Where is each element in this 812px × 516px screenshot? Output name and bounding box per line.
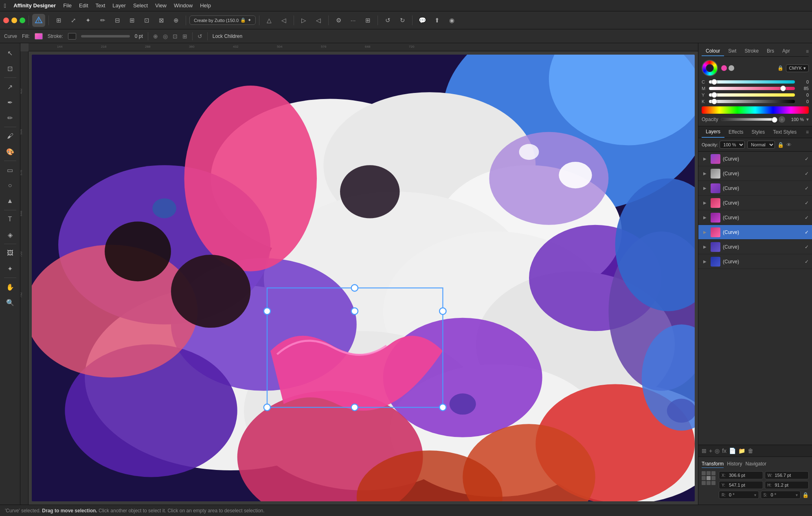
stroke-swatch[interactable] xyxy=(68,33,76,40)
layer-check-5[interactable]: ✓ xyxy=(805,215,809,221)
origin-mr[interactable] xyxy=(711,476,715,480)
tab-effects[interactable]: Effects xyxy=(724,127,747,137)
layer-check-1[interactable]: ✓ xyxy=(805,156,809,162)
color-panel-menu[interactable]: ≡ xyxy=(806,46,809,56)
grid-button[interactable]: ⊞ xyxy=(52,14,65,27)
tab-text-styles[interactable]: Text Styles xyxy=(769,127,801,137)
layer-item[interactable]: ▶ (Curve) ✓ xyxy=(698,181,812,196)
layer-item[interactable]: ▶ (Curve) ✓ xyxy=(698,196,812,210)
color-swatch-gray[interactable] xyxy=(729,65,734,71)
color-swatch-pink[interactable] xyxy=(721,65,727,71)
image-tool[interactable]: 🖼 xyxy=(3,246,18,260)
grid2-button[interactable]: ⊟ xyxy=(111,14,124,27)
layers-add-pixel-btn[interactable]: + xyxy=(709,448,712,454)
minimize-button[interactable] xyxy=(11,18,17,23)
transform-h-field[interactable]: H: 91.2 pt xyxy=(765,481,809,489)
app-icon-button[interactable] xyxy=(32,14,45,27)
align-btn[interactable]: ⊠ xyxy=(155,14,168,27)
menu-view[interactable]: View xyxy=(155,2,167,9)
layer-expand-4[interactable]: ▶ xyxy=(702,200,708,206)
pen-tool[interactable]: ✒ xyxy=(3,95,18,110)
color-lock-icon[interactable]: 🔒 xyxy=(777,65,783,71)
origin-tc[interactable] xyxy=(707,471,711,475)
transform-s-field[interactable]: S: 0 ° ▾ xyxy=(761,491,801,499)
y-slider[interactable] xyxy=(709,93,795,97)
export-btn[interactable]: ⬆ xyxy=(430,14,443,27)
fill-swatch[interactable] xyxy=(35,33,43,40)
fill-tool[interactable]: 🎨 xyxy=(3,144,18,159)
tab-swt[interactable]: Swt xyxy=(724,46,740,56)
tab-colour[interactable]: Colour xyxy=(702,46,724,56)
layer-item-selected[interactable]: ▶ (Curve) ✓ xyxy=(698,225,812,240)
text-tool[interactable]: T xyxy=(3,212,18,227)
opacity-circle-btn[interactable]: ○ xyxy=(779,116,785,123)
tab-stroke[interactable]: Stroke xyxy=(740,46,763,56)
canvas-document[interactable] xyxy=(32,55,695,501)
maximize-button[interactable] xyxy=(20,18,25,23)
layers-new-btn[interactable]: 📄 xyxy=(729,448,736,454)
zoom-tool[interactable]: 🔍 xyxy=(3,295,18,310)
tab-history[interactable]: History xyxy=(727,460,742,468)
tab-navigator[interactable]: Navigator xyxy=(746,460,766,468)
vector-button[interactable]: ✦ xyxy=(81,14,94,27)
layer-item[interactable]: ▶ (Curve) ✓ xyxy=(698,210,812,225)
origin-br[interactable] xyxy=(711,481,715,485)
layer-expand-8[interactable]: ▶ xyxy=(702,258,708,265)
edit-btn[interactable]: ▷ xyxy=(297,14,310,27)
shape-tool[interactable]: ▲ xyxy=(3,194,18,208)
menu-window[interactable]: Window xyxy=(174,2,193,9)
layer-check-6[interactable]: ✓ xyxy=(805,229,809,235)
menu-file[interactable]: File xyxy=(63,2,72,9)
layer-check-2[interactable]: ✓ xyxy=(805,171,809,176)
menu-edit[interactable]: Edit xyxy=(79,2,88,9)
layer-item[interactable]: ▶ (Curve) ✓ xyxy=(698,240,812,254)
settings-btn[interactable]: ⚙ xyxy=(332,14,345,27)
brush-tool[interactable]: 🖌 xyxy=(3,129,18,143)
c-slider[interactable] xyxy=(709,80,795,84)
node-tool[interactable]: ⊡ xyxy=(3,61,18,76)
aspect-icon[interactable]: ⊡ xyxy=(173,33,178,40)
opacity-slider[interactable] xyxy=(721,118,776,121)
refresh-icon[interactable]: ↺ xyxy=(198,33,202,40)
hand-tool[interactable]: ✋ xyxy=(3,280,18,294)
transform-lock-btn[interactable]: 🔒 xyxy=(802,492,809,498)
transform-w-field[interactable]: W: 156.7 pt xyxy=(765,471,809,479)
rect-tool[interactable]: ▭ xyxy=(3,163,18,177)
layers-fx-btn[interactable]: fx xyxy=(722,448,726,454)
k-slider[interactable] xyxy=(709,100,795,103)
layers-mask-btn[interactable]: ◎ xyxy=(715,448,720,454)
snap-button[interactable]: ⊞ xyxy=(125,14,138,27)
account-btn[interactable]: ◉ xyxy=(445,14,458,27)
layer-check-8[interactable]: ✓ xyxy=(805,259,809,265)
layers-delete-btn[interactable]: 🗑 xyxy=(748,448,753,454)
tab-layers[interactable]: Layers xyxy=(702,126,724,138)
layers-menu[interactable]: ≡ xyxy=(806,129,809,135)
layer-check-4[interactable]: ✓ xyxy=(805,200,809,206)
layer-expand-5[interactable]: ▶ xyxy=(702,214,708,221)
origin-tr[interactable] xyxy=(711,471,715,475)
layer-item[interactable]: ▶ (Curve) ✓ xyxy=(698,166,812,181)
layers-opacity-select[interactable]: 100 % 75 % 50 % 25 % xyxy=(720,141,745,149)
origin-bc[interactable] xyxy=(707,481,711,485)
transform-origin-grid[interactable] xyxy=(702,471,715,485)
geometry-icon[interactable]: ⊕ xyxy=(153,33,158,40)
r-dropdown[interactable]: ▾ xyxy=(754,493,756,497)
visibility-icon[interactable]: ◎ xyxy=(163,33,168,40)
layer-item[interactable]: ▶ (Curve) ✓ xyxy=(698,254,812,269)
layer-expand-2[interactable]: ▶ xyxy=(702,170,708,177)
tab-brs[interactable]: Brs xyxy=(763,46,778,56)
select-tool[interactable]: ↖ xyxy=(3,46,18,60)
layer-expand-6[interactable]: ▶ xyxy=(702,229,708,236)
origin-bl[interactable] xyxy=(702,481,706,485)
menu-help[interactable]: Help xyxy=(200,2,211,9)
layer-item[interactable]: ▶ (Curve) ✓ xyxy=(698,152,812,166)
boolean-btn[interactable]: ⊕ xyxy=(169,14,182,27)
tab-apr[interactable]: Apr xyxy=(778,46,794,56)
history-btn[interactable]: ↺ xyxy=(381,14,394,27)
s-dropdown[interactable]: ▾ xyxy=(796,493,798,497)
layer-expand-3[interactable]: ▶ xyxy=(702,185,708,192)
create-persona-button[interactable]: Create by Zutto (150.0 🔒 ✦ xyxy=(189,15,256,25)
layer-expand-1[interactable]: ▶ xyxy=(702,156,708,162)
comment-btn[interactable]: 💬 xyxy=(416,14,429,27)
m-slider[interactable] xyxy=(709,87,795,90)
